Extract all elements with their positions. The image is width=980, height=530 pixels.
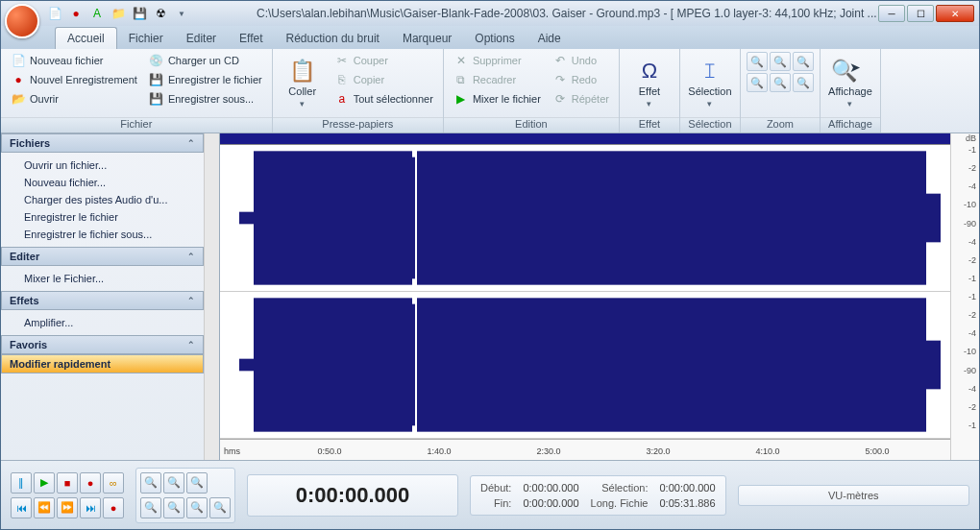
effect-icon[interactable]: ☢ (153, 6, 168, 21)
coller-button[interactable]: 📋Coller▾ (279, 52, 327, 114)
enregistrer-button[interactable]: 💾Enregistrer le fichier (145, 71, 266, 88)
new-icon[interactable]: 📄 (47, 6, 62, 21)
selection-info: Début:0:00:00.000 Sélection:0:00:00.000 … (470, 475, 726, 516)
svg-rect-3 (412, 157, 415, 279)
tab-editer[interactable]: Editer (175, 28, 228, 49)
zoom-fit-button[interactable]: 🔍 (747, 73, 768, 92)
svg-rect-4 (417, 151, 926, 284)
couper-button[interactable]: ✂Couper (331, 52, 437, 69)
zoom-v-button[interactable]: 🔍 (770, 73, 791, 92)
sp-item-enreg[interactable]: Enregistrer le fichier (1, 208, 204, 226)
zoom-sel2-button[interactable]: 🔍 (186, 472, 208, 494)
quick-access-toolbar: 📄 ● A 📁 💾 ☢ ▼ C:\Users\alan.lebihan\Musi… (1, 1, 979, 26)
side-panel: Fichiers⌃ Ouvrir un fichier... Nouveau f… (1, 133, 220, 460)
record-icon[interactable]: ● (68, 6, 84, 21)
ruler-tick: 4:10.0 (755, 446, 779, 456)
sp-item-enregs[interactable]: Enregistrer le fichier sous... (1, 226, 204, 243)
sp-item-ouvrir[interactable]: Ouvrir un fichier... (1, 157, 204, 174)
loop-button[interactable]: ∞ (103, 472, 124, 494)
ouvrir-button[interactable]: 📂Ouvrir (7, 90, 141, 108)
sp-item-nouveau[interactable]: Nouveau fichier... (1, 174, 204, 191)
svg-rect-2 (254, 151, 412, 284)
window-title: C:\Users\alan.lebihan\Music\Gaiser-Blank… (189, 7, 877, 20)
zoom-h2-button[interactable]: 🔍 (186, 497, 208, 518)
pause-button[interactable]: ‖ (11, 472, 32, 494)
zoom-in-button[interactable]: 🔍 (747, 52, 768, 71)
record2-button[interactable]: ● (103, 497, 124, 518)
zoom-h-button[interactable]: 🔍 (793, 73, 814, 92)
dropdown-icon[interactable]: ▼ (174, 6, 189, 21)
nouveau-fichier-button[interactable]: 📄Nouveau fichier (7, 52, 141, 69)
zoom-in2-button[interactable]: 🔍 (140, 472, 161, 494)
group-edition-label: Edition (444, 117, 619, 132)
sp-modifier-header[interactable]: Modifier rapidement (1, 354, 204, 373)
sp-item-charger[interactable]: Charger des pistes Audio d'u... (1, 191, 204, 208)
svg-rect-10 (417, 298, 926, 431)
minimize-button[interactable]: ─ (878, 5, 905, 22)
copier-button[interactable]: ⎘Copier (331, 71, 437, 88)
recadrer-button[interactable]: ⧉Recadrer (450, 71, 545, 88)
forward-button[interactable]: ⏩ (57, 497, 78, 518)
close-button[interactable]: ✕ (936, 5, 974, 22)
sidepanel-scrollbar[interactable] (204, 133, 219, 460)
undo-button[interactable]: ↶Undo (549, 52, 613, 69)
zoom-fit2-button[interactable]: 🔍 (140, 497, 161, 518)
zoom-reset-button[interactable]: 🔍 (209, 497, 231, 518)
supprimer-button[interactable]: ✕Supprimer (450, 52, 545, 69)
sp-favoris-header[interactable]: Favoris⌃ (1, 335, 204, 354)
sp-item-amplifier[interactable]: Amplifier... (1, 314, 204, 331)
enregistrer-sous-button[interactable]: 💾Enregistrer sous... (145, 90, 266, 108)
tab-aide[interactable]: Aide (527, 28, 573, 49)
svg-rect-8 (254, 298, 412, 431)
timecode-display: 0:00:00.000 (247, 474, 458, 517)
selection-button[interactable]: 𝙸Sélection▾ (686, 52, 734, 114)
app-orb-button[interactable] (5, 4, 39, 38)
tab-options[interactable]: Options (463, 28, 526, 49)
play-button[interactable]: ▶ (34, 472, 55, 494)
effet-button[interactable]: ΩEffet▾ (625, 52, 674, 114)
ribbon: 📄Nouveau fichier ●Nouvel Enregistrement … (1, 49, 979, 133)
sp-editer-header[interactable]: Editer⌃ (1, 247, 204, 266)
zoom-out-button[interactable]: 🔍 (770, 52, 791, 71)
tab-marqueur[interactable]: Marqueur (391, 28, 463, 49)
ruler-tick: 2:30.0 (536, 446, 560, 456)
stop-button[interactable]: ■ (57, 472, 78, 494)
timeline-bar[interactable] (220, 133, 950, 145)
bottom-bar: ‖ ▶ ■ ● ∞ ⏮ ⏪ ⏩ ⏭ ● 🔍 🔍 🔍 🔍 🔍 (1, 460, 979, 529)
repeter-button[interactable]: ⟳Répéter (549, 90, 613, 108)
svg-rect-7 (239, 359, 254, 372)
goto-start-button[interactable]: ⏮ (11, 497, 32, 518)
waveform-right[interactable] (220, 292, 950, 439)
rewind-button[interactable]: ⏪ (34, 497, 55, 518)
zoom-sel-button[interactable]: 🔍 (793, 52, 814, 71)
charger-cd-button[interactable]: 💿Charger un CD (145, 52, 266, 69)
tab-effet[interactable]: Effet (228, 28, 274, 49)
text-icon[interactable]: A (89, 6, 105, 21)
sp-effets-header[interactable]: Effets⌃ (1, 291, 204, 310)
mixer-button[interactable]: ▶Mixer le fichier (450, 90, 545, 108)
nouvel-enreg-button[interactable]: ●Nouvel Enregistrement (7, 71, 141, 88)
svg-rect-9 (412, 304, 415, 426)
goto-end-button[interactable]: ⏭ (80, 497, 101, 518)
zoom-out2-button[interactable]: 🔍 (163, 472, 184, 494)
group-affichage-label: Affichage (821, 117, 880, 132)
save-icon[interactable]: 💾 (132, 6, 147, 21)
tab-accueil[interactable]: Accueil (55, 27, 117, 49)
redo-button[interactable]: ↷Redo (549, 71, 613, 88)
tout-selectionner-button[interactable]: aTout sélectionner (331, 90, 437, 108)
ruler-tick: 1:40.0 (427, 446, 451, 456)
zoom-v2-button[interactable]: 🔍 (163, 497, 184, 518)
ruler-unit: hms (224, 446, 240, 456)
affichage-button[interactable]: 🔍➤Affichage▾ (826, 52, 874, 114)
maximize-button[interactable]: ☐ (907, 5, 934, 22)
tab-fichier[interactable]: Fichier (117, 28, 175, 49)
sp-fichiers-header[interactable]: Fichiers⌃ (1, 133, 204, 153)
folder-icon[interactable]: 📁 (110, 6, 126, 21)
waveform-left[interactable] (220, 145, 950, 292)
record-button[interactable]: ● (80, 472, 101, 494)
time-ruler[interactable]: hms 0:50.0 1:40.0 2:30.0 3:20.0 4:10.0 5… (220, 439, 950, 460)
group-selection-label: Sélection (680, 117, 740, 132)
tab-reduction[interactable]: Réduction du bruit (275, 28, 391, 49)
sp-item-mixer[interactable]: Mixer le Fichier... (1, 270, 204, 287)
group-presse-label: Presse-papiers (273, 117, 443, 132)
